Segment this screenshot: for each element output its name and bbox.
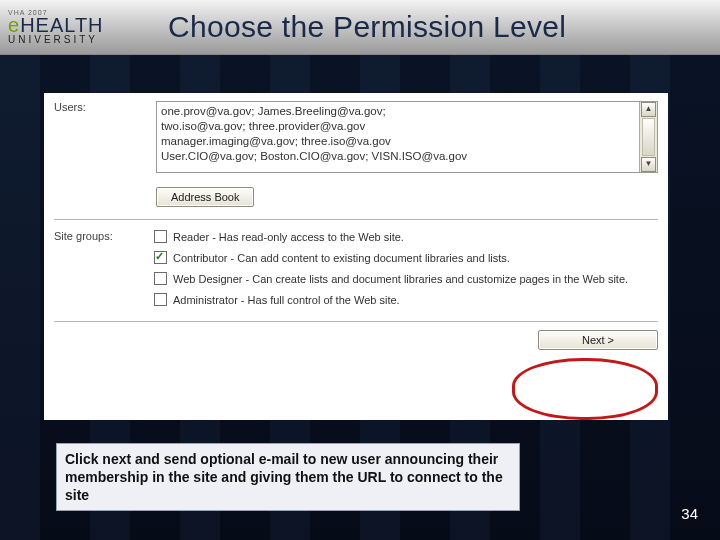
users-row: Users: one.prov@va.gov; James.Breeling@v… [54, 101, 658, 173]
web-designer-label: Web Designer - Can create lists and docu… [173, 272, 658, 286]
instruction-caption: Click next and send optional e-mail to n… [56, 443, 520, 511]
administrator-checkbox[interactable] [154, 293, 167, 306]
header-bar: VHA 2007 eHEALTH UNIVERSITY Choose the P… [0, 0, 720, 55]
logo-word-health: HEALTH [20, 14, 103, 36]
slide: VHA 2007 eHEALTH UNIVERSITY Choose the P… [0, 0, 720, 540]
users-text-value[interactable]: one.prov@va.gov; James.Breeling@va.gov; … [157, 102, 639, 172]
dialog-footer: Next > [54, 321, 658, 350]
users-label: Users: [54, 101, 134, 113]
logo-sub: UNIVERSITY [8, 34, 138, 45]
section-divider [54, 219, 658, 220]
group-option-administrator[interactable]: Administrator - Has full control of the … [154, 293, 658, 307]
next-button[interactable]: Next > [538, 330, 658, 350]
users-textarea[interactable]: one.prov@va.gov; James.Breeling@va.gov; … [156, 101, 658, 173]
logo-letter-e: e [8, 14, 20, 36]
site-groups-row: Site groups: Reader - Has read-only acce… [54, 230, 658, 307]
page-number: 34 [681, 505, 698, 522]
web-designer-checkbox[interactable] [154, 272, 167, 285]
group-option-reader[interactable]: Reader - Has read-only access to the Web… [154, 230, 658, 244]
scroll-up-icon[interactable]: ▲ [641, 102, 656, 117]
ehealth-logo: VHA 2007 eHEALTH UNIVERSITY [8, 6, 138, 48]
site-groups-list: Reader - Has read-only access to the Web… [154, 230, 658, 307]
scroll-thumb[interactable] [642, 118, 655, 156]
permission-dialog: Users: one.prov@va.gov; James.Breeling@v… [44, 93, 668, 420]
slide-title: Choose the Permission Level [168, 10, 566, 44]
scroll-down-icon[interactable]: ▼ [641, 157, 656, 172]
group-option-contributor[interactable]: Contributor - Can add content to existin… [154, 251, 658, 265]
reader-label: Reader - Has read-only access to the Web… [173, 230, 658, 244]
administrator-label: Administrator - Has full control of the … [173, 293, 658, 307]
group-option-web-designer[interactable]: Web Designer - Can create lists and docu… [154, 272, 658, 286]
address-book-row: Address Book [54, 187, 658, 207]
reader-checkbox[interactable] [154, 230, 167, 243]
contributor-checkbox[interactable] [154, 251, 167, 264]
users-scrollbar[interactable]: ▲ ▼ [639, 102, 657, 172]
annotation-circle [512, 358, 658, 420]
site-groups-label: Site groups: [54, 230, 134, 242]
address-book-button[interactable]: Address Book [156, 187, 254, 207]
contributor-label: Contributor - Can add content to existin… [173, 251, 658, 265]
